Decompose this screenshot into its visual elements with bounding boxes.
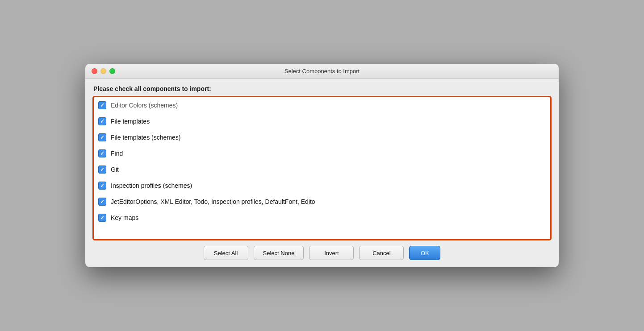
list-item[interactable]: Git xyxy=(94,161,550,178)
select-all-button[interactable]: Select All xyxy=(204,246,248,260)
list-item[interactable]: JetEditorOptions, XML Editor, Todo, Insp… xyxy=(94,194,550,210)
minimize-button[interactable] xyxy=(100,68,106,74)
select-none-button[interactable]: Select None xyxy=(254,246,304,260)
instruction-text: Please check all components to import: xyxy=(93,85,551,92)
item-label: File templates (schemes) xyxy=(111,134,180,141)
dialog-title: Select Components to Import xyxy=(284,68,360,74)
components-list[interactable]: Editor Colors (schemes) File templates F… xyxy=(93,97,551,240)
button-bar: Select All Select None Invert Cancel OK xyxy=(93,246,551,260)
close-button[interactable] xyxy=(92,68,97,74)
list-item[interactable]: File templates xyxy=(94,113,550,129)
traffic-lights xyxy=(92,68,115,74)
checkbox-file-templates-schemes[interactable] xyxy=(98,133,106,141)
maximize-button[interactable] xyxy=(109,68,115,74)
item-label: Key maps xyxy=(111,214,138,221)
list-item[interactable]: Inspection profiles (schemes) xyxy=(94,178,550,194)
invert-button[interactable]: Invert xyxy=(309,246,354,260)
cancel-button[interactable]: Cancel xyxy=(359,246,404,260)
checkbox-key-maps[interactable] xyxy=(98,214,106,222)
list-item[interactable]: Key maps xyxy=(94,210,550,226)
item-label: Inspection profiles (schemes) xyxy=(111,182,192,189)
item-label: Git xyxy=(111,166,119,173)
title-bar: Select Components to Import xyxy=(85,64,559,79)
checkbox-editor-colors[interactable] xyxy=(98,101,106,109)
list-item[interactable]: Find xyxy=(94,145,550,161)
item-label: Editor Colors (schemes) xyxy=(111,102,178,109)
ok-button[interactable]: OK xyxy=(409,246,440,260)
item-label: Find xyxy=(111,150,123,157)
checkbox-file-templates[interactable] xyxy=(98,117,106,125)
list-item[interactable]: File templates (schemes) xyxy=(94,129,550,145)
checkbox-find[interactable] xyxy=(98,149,106,157)
dialog-body: Please check all components to import: E… xyxy=(85,79,559,267)
list-item[interactable]: Editor Colors (schemes) xyxy=(94,97,550,113)
item-label: JetEditorOptions, XML Editor, Todo, Insp… xyxy=(111,198,315,205)
checkbox-jet-editor[interactable] xyxy=(98,198,106,206)
dialog-window: Select Components to Import Please check… xyxy=(85,64,559,267)
checkbox-git[interactable] xyxy=(98,166,106,174)
checkbox-inspection-profiles[interactable] xyxy=(98,182,106,190)
item-label: File templates xyxy=(111,118,150,125)
